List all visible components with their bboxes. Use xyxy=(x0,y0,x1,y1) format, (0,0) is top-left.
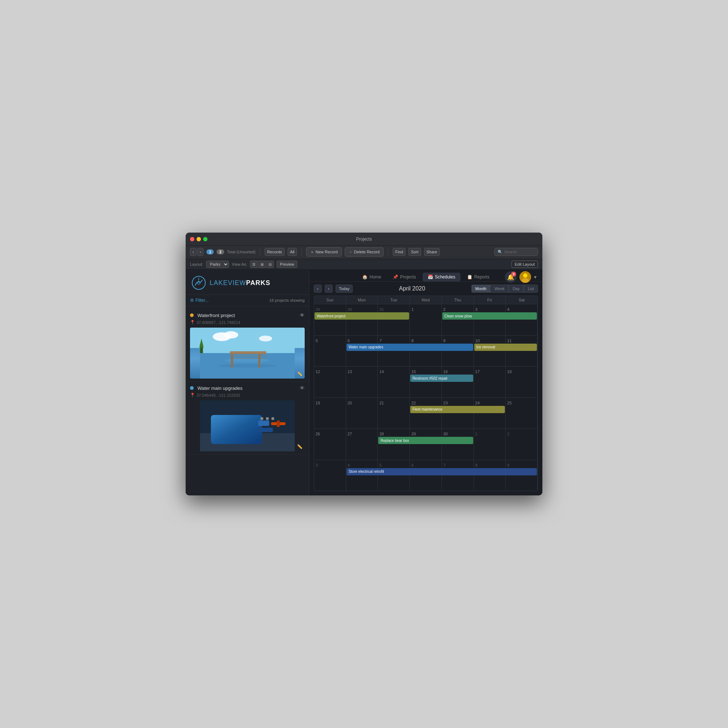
cal-cell[interactable]: 26 xyxy=(314,429,346,460)
cal-cell[interactable]: 29 xyxy=(410,429,442,460)
view-month-button[interactable]: Month xyxy=(471,284,491,293)
cal-cell[interactable]: 6 xyxy=(410,460,442,491)
minimize-button[interactable] xyxy=(197,237,201,241)
cal-cell[interactable]: 5 xyxy=(314,336,346,367)
cal-cell[interactable]: 2 xyxy=(506,429,538,460)
share-button[interactable]: Share xyxy=(424,248,440,256)
tab-home[interactable]: 🏠 Home xyxy=(357,273,386,281)
find-button[interactable]: Find xyxy=(393,248,405,256)
cal-cell[interactable]: 22 xyxy=(410,398,442,429)
list-item[interactable]: Waterfront project 👁 📍 37.808897, -121.7… xyxy=(186,309,309,382)
view-day-button[interactable]: Day xyxy=(509,284,524,293)
event-replace-bear-box[interactable]: Replace bear box xyxy=(378,437,473,444)
cal-cell[interactable]: 17 xyxy=(474,367,506,398)
calendar-prev-button[interactable]: ‹ xyxy=(314,284,322,293)
view-list-button[interactable]: ☰ xyxy=(250,261,258,268)
cal-cell[interactable]: 28 xyxy=(378,429,410,460)
delete-record-button[interactable]: － Delete Record xyxy=(345,247,384,257)
nav-forward-button[interactable]: › xyxy=(197,248,204,256)
user-avatar[interactable] xyxy=(519,271,531,283)
cal-cell[interactable]: 4 xyxy=(506,304,538,335)
tab-schedules[interactable]: 📅 Schedules xyxy=(423,273,460,281)
cal-cell[interactable]: 19 xyxy=(314,398,346,429)
cal-cell[interactable]: 9 xyxy=(442,336,474,367)
event-clean-snow[interactable]: Clean snow plow xyxy=(442,312,537,320)
cal-cell[interactable]: 3 xyxy=(314,460,346,491)
cal-cell[interactable]: 6 xyxy=(346,336,378,367)
new-record-button[interactable]: ＋ New Record xyxy=(306,247,342,257)
cal-cell[interactable]: 10 xyxy=(474,336,506,367)
all-tab[interactable]: All xyxy=(288,248,297,256)
event-store-electrical[interactable]: Store electrical retrofit xyxy=(347,468,537,476)
cal-cell[interactable]: 7 xyxy=(442,460,474,491)
view-grid-button[interactable]: ⊟ xyxy=(266,261,274,268)
cal-cell[interactable]: 8 xyxy=(474,460,506,491)
preview-button[interactable]: Preview xyxy=(277,261,297,268)
toolbar-separator-3 xyxy=(388,248,388,256)
nav-buttons: ‹ › xyxy=(190,248,203,256)
cal-cell[interactable]: 21 xyxy=(378,398,410,429)
cal-cell[interactable]: 13 xyxy=(346,367,378,398)
filter-button[interactable]: ⚙ Filter... xyxy=(190,298,209,303)
cal-cell[interactable]: 9 xyxy=(506,460,538,491)
view-list-button[interactable]: List xyxy=(524,284,538,293)
today-button[interactable]: Today xyxy=(336,284,353,293)
cal-date: 3 xyxy=(316,463,318,467)
cal-cell[interactable]: 30 xyxy=(442,429,474,460)
event-ice-removal[interactable]: Ice removal xyxy=(474,344,537,351)
svg-rect-23 xyxy=(258,428,273,432)
sort-button[interactable]: Sort xyxy=(408,248,421,256)
cal-cell[interactable]: 3 xyxy=(474,304,506,335)
cal-cell[interactable]: 24 xyxy=(474,398,506,429)
visibility-icon-2[interactable]: 👁 xyxy=(300,385,305,391)
view-week-button[interactable]: Week xyxy=(490,284,509,293)
maximize-button[interactable] xyxy=(203,237,208,241)
list-item[interactable]: Water main upgrades 👁 📍 37.046448, -121.… xyxy=(186,382,309,455)
cal-cell[interactable]: 8 xyxy=(410,336,442,367)
edit-layout-button[interactable]: Edit Layout xyxy=(511,261,538,268)
cal-cell[interactable]: 4 xyxy=(346,460,378,491)
cal-date: 4 xyxy=(348,463,350,467)
cal-cell[interactable]: 18 xyxy=(506,367,538,398)
cal-cell[interactable]: 12 xyxy=(314,367,346,398)
cal-cell[interactable]: 11 xyxy=(506,336,538,367)
event-waterfront[interactable]: Waterfront project xyxy=(315,312,409,320)
cal-date: 12 xyxy=(316,369,320,374)
event-water-main[interactable]: Water main upgrades xyxy=(347,344,473,351)
edit-icon-1[interactable]: ✏️ xyxy=(297,371,303,376)
calendar-next-button[interactable]: › xyxy=(325,284,333,293)
search-box[interactable]: 🔍 Search xyxy=(494,248,538,256)
cal-cell[interactable]: 16 xyxy=(442,367,474,398)
edit-icon-2[interactable]: ✏️ xyxy=(297,444,303,449)
cal-cell[interactable]: 7 xyxy=(378,336,410,367)
cal-date: 20 xyxy=(348,401,352,405)
schedules-icon: 📅 xyxy=(428,274,433,280)
cal-cell[interactable]: 27 xyxy=(346,429,378,460)
cal-cell[interactable]: 1 xyxy=(410,304,442,335)
nav-back-button[interactable]: ‹ xyxy=(190,248,197,256)
cal-cell[interactable]: 15 xyxy=(410,367,442,398)
tab-projects[interactable]: 📌 Projects xyxy=(388,273,421,281)
home-icon: 🏠 xyxy=(362,274,368,280)
notification-button[interactable]: 🔔 3 xyxy=(505,271,517,283)
cal-cell[interactable]: 30 xyxy=(346,304,378,335)
cal-cell[interactable]: 31 xyxy=(378,304,410,335)
close-button[interactable] xyxy=(190,237,194,241)
cal-cell[interactable]: 1 xyxy=(474,429,506,460)
cal-cell[interactable]: 20 xyxy=(346,398,378,429)
tab-reports[interactable]: 📋 Reports xyxy=(462,273,495,281)
chevron-down-icon[interactable]: ▾ xyxy=(534,274,537,280)
layout-select[interactable]: Parks xyxy=(206,261,229,268)
cal-cell[interactable]: 2 xyxy=(442,304,474,335)
event-fleet-maintenance[interactable]: Fleet maintenance xyxy=(410,406,505,413)
view-table-button[interactable]: ⊞ xyxy=(258,261,266,268)
records-tab[interactable]: Records xyxy=(265,248,284,256)
cal-cell[interactable]: 25 xyxy=(506,398,538,429)
visibility-icon-1[interactable]: 👁 xyxy=(300,312,305,318)
event-restroom-repair[interactable]: Restroom #502 repair xyxy=(410,375,473,382)
cal-cell[interactable]: 23 xyxy=(442,398,474,429)
cal-cell[interactable]: 5 xyxy=(378,460,410,491)
cal-cell[interactable]: 14 xyxy=(378,367,410,398)
layout-bar: Layout: Parks View As: ☰ ⊞ ⊟ Preview Edi… xyxy=(186,259,542,270)
cal-cell[interactable]: 29 xyxy=(314,304,346,335)
